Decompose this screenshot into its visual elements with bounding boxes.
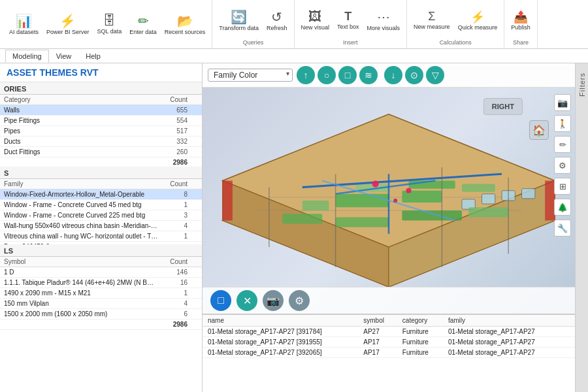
ai-datasets-label: AI datasets <box>9 29 39 36</box>
text-box-label: Text box <box>337 24 359 31</box>
viewer-pen-icon[interactable]: ✏ <box>554 136 571 153</box>
viewer-btn-measure[interactable]: ≋ <box>359 66 378 84</box>
symbol-name: 1500 x 2000 mm (1600 x 2050 mm) <box>0 309 161 319</box>
grid-cell-category: Furniture <box>397 337 443 348</box>
ai-datasets-button[interactable]: 📊 AI datasets <box>7 12 41 37</box>
text-box-button[interactable]: T Text box <box>335 8 362 32</box>
symbol-count-header: Count <box>161 257 192 267</box>
right-area: Family Color Category Color Custom ↑ ○ □… <box>203 63 575 392</box>
symbol-row[interactable]: 150 mm Vilplan4 <box>0 299 202 309</box>
new-visual-icon: 🖼 <box>308 9 321 24</box>
families-scroll[interactable]: Family Count Window-Fixed-Armortex-Hollo… <box>0 179 202 244</box>
more-visuals-label: More visuals <box>367 25 400 32</box>
category-row[interactable]: Pipes517 <box>0 126 202 137</box>
family-row[interactable]: Window-Fixed-Armortex-Hollow_Metal-Opera… <box>0 189 202 200</box>
new-visual-button[interactable]: 🖼 New visual <box>299 8 333 33</box>
category-row[interactable]: Walls655 <box>0 105 202 116</box>
category-row[interactable]: Ducts332 <box>0 137 202 147</box>
viewer-dropdown[interactable]: Family Color Category Color Custom <box>208 69 293 82</box>
recent-sources-label: Recent sources <box>165 29 206 36</box>
viewer-walk-icon[interactable]: 🚶 <box>554 115 571 132</box>
symbols-table: Symbol Count 1 D1461.1.1. Tabique Pladur… <box>0 257 202 330</box>
ai-datasets-icon: 📊 <box>16 13 32 29</box>
new-measure-button[interactable]: Σ New measure <box>411 8 453 32</box>
symbol-row[interactable]: 1 D146 <box>0 267 202 278</box>
grid-cell-symbol: AP17 <box>358 337 397 348</box>
symbol-row[interactable]: 1490 x 2090 mm - M15 x M211 <box>0 288 202 299</box>
family-row[interactable]: Wall-hung 550x460 vitreous china basin -… <box>0 221 202 231</box>
enter-data-icon: ✏ <box>138 13 149 29</box>
queries-group-label: Queries <box>243 38 264 46</box>
viewer-tree-icon[interactable]: 🌲 <box>554 199 571 216</box>
transform-label: Transform data <box>219 25 259 32</box>
category-row[interactable]: Duct Fittings260 <box>0 147 202 157</box>
viewer-gear-button[interactable]: ⚙ <box>289 290 310 311</box>
power-bi-button[interactable]: ⚡ Power BI Server <box>44 12 92 37</box>
tab-modeling[interactable]: Modeling <box>5 50 49 63</box>
family-row[interactable]: Window - Frame - Concrete Curved 45 med … <box>0 200 202 210</box>
tab-view[interactable]: View <box>49 50 79 63</box>
tab-bar: Modeling View Help <box>0 49 588 63</box>
categories-scroll[interactable]: Category Count Walls655Pipe Fittings554P… <box>0 95 202 167</box>
enter-data-button[interactable]: ✏ Enter data <box>127 12 159 37</box>
viewer-btn-up[interactable]: ↑ <box>297 66 315 84</box>
quick-measure-icon: ⚡ <box>470 10 485 24</box>
recent-sources-button[interactable]: 📂 Recent sources <box>162 12 208 37</box>
viewer-clear-button[interactable]: ✕ <box>237 290 257 311</box>
symbols-scroll[interactable]: Symbol Count 1 D1461.1.1. Tabique Pladur… <box>0 257 202 330</box>
more-visuals-icon: ⋯ <box>377 9 390 25</box>
viewer-btn-down[interactable]: ↓ <box>384 66 402 84</box>
tab-help[interactable]: Help <box>78 50 108 63</box>
viewer-config-icon[interactable]: 🔧 <box>554 220 571 237</box>
viewer-3d: RIGHT 🏠 <box>203 88 575 314</box>
transform-data-button[interactable]: 🔄 Transform data <box>216 8 261 33</box>
family-count: 8 <box>163 189 191 200</box>
calculations-group-label: Calculations <box>440 38 472 46</box>
left-panel: ASSET THEMES RVT ORIES Category Count Wa… <box>0 63 203 392</box>
quick-measure-button[interactable]: ⚡ Quick measure <box>455 8 500 33</box>
category-name: Duct Fittings <box>0 147 122 157</box>
insert-group-label: Insert <box>343 38 358 46</box>
viewer-select-button[interactable]: □ <box>210 290 231 311</box>
viewer-btn-explode[interactable]: ⊙ <box>405 66 423 84</box>
category-name: Pipes <box>0 126 122 137</box>
grid-row[interactable]: 01-Metal storage_AP17-AP27 [391784]AP27F… <box>203 327 575 337</box>
refresh-label: Refresh <box>267 25 287 32</box>
symbol-row[interactable]: 1.1.1. Tabique Pladur® 144 (46+e+46) 2MW… <box>0 278 202 288</box>
publish-icon: 📤 <box>514 10 528 24</box>
families-title: S <box>0 167 202 179</box>
viewer-btn-filter[interactable]: ▽ <box>426 66 444 84</box>
grid-row[interactable]: 01-Metal storage_AP17-AP27 [392065]AP17F… <box>203 348 575 358</box>
data-grid: name symbol category family 01-Metal sto… <box>203 314 575 392</box>
sql-button[interactable]: 🗄 SQL data <box>95 12 125 37</box>
svg-rect-8 <box>522 189 535 199</box>
family-row[interactable]: Vitreous china wall - hung WC- horizonta… <box>0 231 202 242</box>
more-visuals-button[interactable]: ⋯ More visuals <box>365 8 403 33</box>
viewer-camera-icon[interactable]: 📷 <box>554 94 571 111</box>
viewer-settings-icon[interactable]: ⚙ <box>554 157 571 174</box>
category-row[interactable]: Pipe Fittings554 <box>0 116 202 126</box>
new-measure-label: New measure <box>414 24 450 31</box>
svg-rect-31 <box>223 180 233 220</box>
refresh-button[interactable]: ↺ Refresh <box>264 8 290 33</box>
count-col-header: Count <box>122 95 191 105</box>
family-name: Window - Frame - Concrete Curved 225 med… <box>0 210 163 221</box>
publish-button[interactable]: 📤 Publish <box>508 8 533 33</box>
viewer-btn-section[interactable]: □ <box>338 66 357 84</box>
viewer-snapshot-button[interactable]: 📷 <box>263 290 284 311</box>
grid-row[interactable]: 01-Metal storage_AP17-AP27 [391955]AP17F… <box>203 337 575 348</box>
viewer-btn-orbit[interactable]: ○ <box>318 66 336 84</box>
symbol-row[interactable]: 1500 x 2000 mm (1600 x 2050 mm)6 <box>0 309 202 319</box>
transform-icon: 🔄 <box>231 9 247 25</box>
ribbon-group-insert: 🖼 New visual T Text box ⋯ More visuals I… <box>295 0 408 48</box>
share-group-label: Share <box>513 38 529 46</box>
family-name: Wall-hung 550x460 vitreous china basin -… <box>0 221 163 231</box>
grid-cell-family: 01-Metal storage_AP17-AP27 <box>443 327 564 337</box>
family-row[interactable]: Window - Frame - Concrete Curved 225 med… <box>0 210 202 221</box>
viewer-grid-icon[interactable]: ⊞ <box>554 178 571 195</box>
family-name: Window-Fixed-Armortex-Hollow_Metal-Opera… <box>0 189 163 200</box>
grid-cell-family: 01-Metal storage_AP17-AP27 <box>443 348 564 358</box>
filters-label[interactable]: Filters <box>576 70 589 99</box>
ribbon-group-data: 📊 AI datasets ⚡ Power BI Server 🗄 SQL da… <box>3 0 212 48</box>
category-name: Walls <box>0 105 122 116</box>
